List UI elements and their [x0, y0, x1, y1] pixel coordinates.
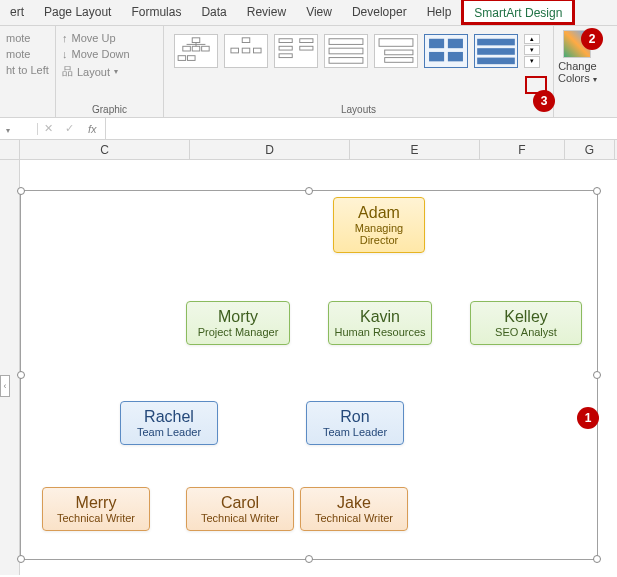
connector: [168, 443, 170, 473]
node-name: Morty: [191, 308, 285, 326]
select-all-corner[interactable]: [0, 140, 20, 159]
tab-data[interactable]: Data: [191, 0, 236, 25]
svg-rect-13: [279, 46, 292, 50]
layouts-more-button[interactable]: ▾: [524, 56, 540, 68]
enter-icon[interactable]: ✓: [59, 122, 80, 135]
layout-thumb-3[interactable]: [274, 34, 318, 68]
tab-formulas[interactable]: Formulas: [121, 0, 191, 25]
node-role: Managing Director: [338, 222, 420, 246]
svg-rect-19: [329, 58, 363, 64]
resize-handle-mr[interactable]: [593, 371, 601, 379]
layouts-up-button[interactable]: ▴: [524, 34, 540, 44]
resize-handle-ml[interactable]: [17, 371, 25, 379]
col-d[interactable]: D: [190, 140, 350, 159]
callout-2: 2: [581, 28, 603, 50]
layout-thumb-1[interactable]: [174, 34, 218, 68]
arrow-up-icon: ↑: [62, 32, 68, 44]
layout-thumb-4[interactable]: [324, 34, 368, 68]
svg-rect-29: [477, 58, 515, 65]
node-name: Adam: [338, 204, 420, 222]
svg-rect-9: [231, 48, 239, 53]
callout-1: 1: [577, 407, 599, 429]
rtl-button[interactable]: ht to Left: [6, 62, 49, 78]
org-chart: Adam Managing Director Morty Project Man…: [28, 195, 588, 555]
promote-button[interactable]: mote: [6, 30, 49, 46]
layout-thumb-7[interactable]: [474, 34, 518, 68]
layouts-scroll: ▴ ▾ ▾: [524, 34, 540, 68]
formula-input[interactable]: [105, 118, 617, 139]
svg-rect-8: [242, 38, 250, 43]
col-g[interactable]: G: [565, 140, 615, 159]
layout-icon: 品: [62, 64, 73, 79]
connector: [353, 443, 355, 487]
col-c[interactable]: C: [20, 140, 190, 159]
node-adam[interactable]: Adam Managing Director: [333, 197, 425, 253]
node-kavin[interactable]: Kavin Human Resources: [328, 301, 432, 345]
col-f[interactable]: F: [480, 140, 565, 159]
demote-button[interactable]: mote: [6, 46, 49, 62]
svg-rect-1: [183, 46, 191, 51]
resize-handle-bm[interactable]: [305, 555, 313, 563]
group-graphic: ↑Move Up ↓Move Down 品Layout▾ Graphic: [56, 26, 164, 117]
node-morty[interactable]: Morty Project Manager: [186, 301, 290, 345]
node-ron[interactable]: Ron Team Leader: [306, 401, 404, 445]
node-jake[interactable]: Jake Technical Writer: [300, 487, 408, 531]
layouts-down-button[interactable]: ▾: [524, 45, 540, 55]
layout-thumb-2[interactable]: [224, 34, 268, 68]
fx-button[interactable]: fx: [80, 123, 105, 135]
svg-rect-0: [192, 38, 200, 43]
svg-rect-27: [477, 39, 515, 46]
tab-view[interactable]: View: [296, 0, 342, 25]
movedown-button[interactable]: ↓Move Down: [62, 46, 157, 62]
connector: [238, 285, 528, 287]
resize-handle-bl[interactable]: [17, 555, 25, 563]
smartart-text-pane-toggle[interactable]: ‹: [0, 375, 10, 397]
node-role: Human Resources: [333, 326, 427, 338]
svg-rect-14: [279, 54, 292, 58]
node-name: Rachel: [125, 408, 213, 426]
svg-rect-16: [300, 46, 313, 50]
svg-rect-21: [385, 50, 413, 55]
node-carol[interactable]: Carol Technical Writer: [186, 487, 294, 531]
worksheet-canvas[interactable]: ‹ 1 Adam Managing Director: [0, 160, 617, 575]
connector: [168, 385, 170, 401]
node-kelley[interactable]: Kelley SEO Analyst: [470, 301, 582, 345]
node-rachel[interactable]: Rachel Team Leader: [120, 401, 218, 445]
tab-insert[interactable]: ert: [0, 0, 34, 25]
node-merry[interactable]: Merry Technical Writer: [42, 487, 150, 531]
resize-handle-tm[interactable]: [305, 187, 313, 195]
layouts-gallery: ▴ ▾ ▾: [170, 30, 547, 72]
tab-help[interactable]: Help: [417, 0, 462, 25]
svg-rect-15: [300, 39, 313, 43]
node-role: Team Leader: [125, 426, 213, 438]
svg-rect-3: [202, 46, 210, 51]
svg-rect-20: [379, 39, 413, 47]
connector: [316, 385, 318, 401]
graphic-label: Graphic: [62, 104, 157, 115]
row-headers[interactable]: [0, 160, 20, 575]
tab-developer[interactable]: Developer: [342, 0, 417, 25]
layout-thumb-5[interactable]: [374, 34, 418, 68]
resize-handle-tl[interactable]: [17, 187, 25, 195]
resize-handle-br[interactable]: [593, 555, 601, 563]
connector: [240, 473, 242, 487]
connector: [96, 473, 98, 487]
moveup-button[interactable]: ↑Move Up: [62, 30, 157, 46]
svg-rect-23: [429, 39, 444, 48]
svg-rect-28: [477, 48, 515, 55]
layout-thumb-6[interactable]: [424, 34, 468, 68]
name-box[interactable]: ▾: [0, 123, 38, 135]
connector: [378, 285, 380, 301]
tab-review[interactable]: Review: [237, 0, 296, 25]
ribbon: mote mote ht to Left ↑Move Up ↓Move Down…: [0, 26, 617, 118]
svg-rect-18: [329, 48, 363, 54]
tab-smartart-design[interactable]: SmartArt Design: [461, 0, 575, 25]
col-e[interactable]: E: [350, 140, 480, 159]
layout-dropdown[interactable]: 品Layout▾: [62, 62, 157, 81]
node-name: Jake: [305, 494, 403, 512]
svg-rect-17: [329, 39, 363, 45]
resize-handle-tr[interactable]: [593, 187, 601, 195]
cancel-icon[interactable]: ✕: [38, 122, 59, 135]
node-role: Technical Writer: [47, 512, 145, 524]
tab-page-layout[interactable]: Page Layout: [34, 0, 121, 25]
